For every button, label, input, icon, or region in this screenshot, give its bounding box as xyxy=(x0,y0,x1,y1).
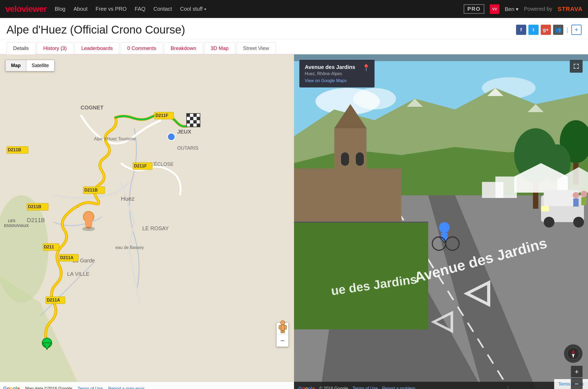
svg-point-17 xyxy=(168,133,175,141)
tab-3dmap[interactable]: 3D Map xyxy=(204,42,235,54)
compass-icon[interactable] xyxy=(564,344,583,363)
map-container: D211B Huez LE ROSAY La Garde LA VILLE LE… xyxy=(0,54,588,389)
sv-zoom-out-button[interactable]: − xyxy=(571,378,583,389)
streetview-scene: Avenue des Jardins ue des Jardins ◁ ◁ xyxy=(294,54,588,389)
map-type-map-button[interactable]: Map xyxy=(6,60,26,71)
svg-rect-8 xyxy=(190,117,194,120)
street-name: Avenue des Jardins xyxy=(305,64,369,70)
svg-text:OUTARIS: OUTARIS xyxy=(177,145,198,151)
right-streetview[interactable]: Avenue des Jardins ue des Jardins ◁ ◁ 📍 … xyxy=(294,54,588,389)
svg-rect-7 xyxy=(193,113,197,117)
svg-rect-39 xyxy=(154,112,174,119)
address-popup: 📍 Avenue des Jardins Huez, Rhône-Alpes V… xyxy=(299,60,375,87)
svg-rect-96 xyxy=(573,199,579,207)
svg-rect-12 xyxy=(190,124,194,127)
svg-text:D211F: D211F xyxy=(134,164,147,168)
svg-point-14 xyxy=(83,211,94,222)
map-data-copyright: Map data ©2016 Google xyxy=(25,386,72,389)
tab-streetview[interactable]: Street View xyxy=(236,42,276,54)
map-terms-link[interactable]: Terms of Use xyxy=(78,386,103,389)
svg-rect-9 xyxy=(197,117,200,120)
svg-rect-52 xyxy=(283,330,285,333)
zoom-out-button[interactable]: − xyxy=(277,335,288,347)
tab-breakdown[interactable]: Breakdown xyxy=(164,42,203,54)
svg-rect-70 xyxy=(356,152,364,166)
nav-links: Blog About Free vs PRO FAQ Contact Cool … xyxy=(55,6,464,12)
view-on-maps-link[interactable]: View on Google Maps xyxy=(305,78,347,83)
svg-text:eau de Bassey: eau de Bassey xyxy=(115,245,144,250)
vv-small-logo: VV xyxy=(490,4,499,14)
navbar: veloviewer Blog About Free vs PRO FAQ Co… xyxy=(0,0,588,18)
facebook-share-button[interactable]: f xyxy=(516,25,526,35)
pro-badge[interactable]: PRO xyxy=(464,4,484,14)
svg-text:La Garde: La Garde xyxy=(72,258,95,263)
svg-rect-11 xyxy=(193,120,197,124)
svg-text:D211: D211 xyxy=(44,245,54,249)
sv-terms-link[interactable]: Terms of Use xyxy=(353,386,378,389)
social-divider: | xyxy=(567,26,568,34)
add-share-button[interactable]: + xyxy=(571,25,582,35)
svg-rect-89 xyxy=(541,206,549,211)
svg-text:D211B: D211B xyxy=(84,188,98,192)
googleplus-share-button[interactable]: g+ xyxy=(541,25,551,35)
twitter-share-button[interactable]: t xyxy=(528,25,539,35)
nav-about[interactable]: About xyxy=(74,6,88,12)
nav-contact[interactable]: Contact xyxy=(154,6,172,12)
svg-point-55 xyxy=(353,88,396,109)
svg-rect-50 xyxy=(284,325,286,329)
svg-rect-35 xyxy=(83,187,105,194)
svg-text:JEUX: JEUX xyxy=(177,129,191,135)
svg-rect-10 xyxy=(187,120,190,124)
svg-text:LES: LES xyxy=(8,219,15,223)
page-title: Alpe d'Huez (Official Crono Course) xyxy=(6,23,185,36)
left-map[interactable]: D211B Huez LE ROSAY La Garde LA VILLE LE… xyxy=(0,54,294,389)
tab-history[interactable]: History (3) xyxy=(37,42,74,54)
map-background: D211B Huez LE ROSAY La Garde LA VILLE LE… xyxy=(0,54,294,389)
svg-point-88 xyxy=(573,217,584,227)
nav-right: PRO VV Ben ▾ Powered by STRAVA xyxy=(464,4,583,14)
svg-rect-13 xyxy=(197,124,200,127)
sv-report-link[interactable]: Report a problem xyxy=(382,386,415,389)
svg-text:◁: ◁ xyxy=(431,305,453,335)
svg-rect-41 xyxy=(59,254,78,261)
nav-coolstuff[interactable]: Cool stuff ▾ xyxy=(180,6,206,12)
svg-text:Huez: Huez xyxy=(121,195,135,202)
nav-faq[interactable]: FAQ xyxy=(135,6,146,12)
nav-blog[interactable]: Blog xyxy=(55,6,66,12)
svg-rect-69 xyxy=(341,152,349,166)
svg-text:D211B: D211B xyxy=(28,204,41,209)
svg-point-3 xyxy=(42,338,52,348)
svg-rect-37 xyxy=(133,163,152,170)
share-button-4[interactable]: 👥 xyxy=(553,25,563,35)
svg-rect-5 xyxy=(187,113,200,127)
sv-copyright: © 2016 Google xyxy=(319,386,348,389)
strava-logo: STRAVA xyxy=(558,6,583,13)
google-logo: Google xyxy=(3,386,20,389)
streetview-fullscreen-button[interactable] xyxy=(570,60,583,73)
site-logo[interactable]: veloviewer xyxy=(5,4,47,14)
tab-leaderboards[interactable]: Leaderboards xyxy=(75,42,119,54)
powered-by-label: Powered by xyxy=(524,6,552,12)
coolstuff-dropdown-icon: ▾ xyxy=(204,7,206,11)
svg-rect-0 xyxy=(0,61,294,388)
sv-zoom-controls: + − xyxy=(571,366,583,389)
map-type-satellite-button[interactable]: Satellite xyxy=(26,60,54,71)
svg-point-90 xyxy=(439,222,450,233)
svg-text:LE ROSAY: LE ROSAY xyxy=(142,225,169,231)
svg-rect-43 xyxy=(46,297,65,304)
svg-text:Alpe d'Huez Tourisme: Alpe d'Huez Tourisme xyxy=(94,137,136,141)
tab-comments[interactable]: 0 Comments xyxy=(121,42,163,54)
user-menu[interactable]: Ben ▾ xyxy=(505,6,518,12)
svg-point-16 xyxy=(82,227,95,231)
nav-freevspro[interactable]: Free vs PRO xyxy=(96,6,127,12)
streetview-person-icon[interactable] xyxy=(277,320,288,333)
svg-rect-31 xyxy=(7,146,28,153)
sv-zoom-in-button[interactable]: + xyxy=(571,366,583,377)
svg-text:L'ÉCLOSE: L'ÉCLOSE xyxy=(150,162,173,167)
tab-details[interactable]: Details xyxy=(6,42,35,54)
logo-velo: velo xyxy=(5,4,21,14)
map-report-link[interactable]: Report a map error xyxy=(108,386,144,389)
social-icons: f t g+ 👥 | + xyxy=(516,25,582,35)
svg-text:D211B: D211B xyxy=(8,148,21,152)
map-type-toggle: Map Satellite xyxy=(5,60,55,71)
